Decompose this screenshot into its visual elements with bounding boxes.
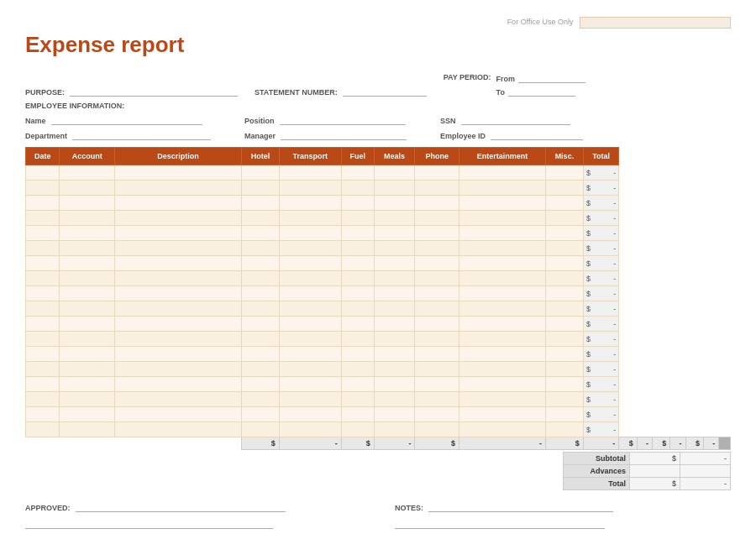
col-misc: Misc. xyxy=(545,148,583,165)
from-label: From xyxy=(496,75,516,83)
approved-input[interactable] xyxy=(76,500,286,512)
row-total: $- xyxy=(583,392,618,407)
approved-col: APPROVED: xyxy=(25,500,361,529)
col-date: Date xyxy=(26,148,60,165)
row-total: $- xyxy=(583,422,618,437)
table-row: $- xyxy=(26,422,731,437)
table-row: $- xyxy=(26,347,731,362)
pay-to-input[interactable] xyxy=(508,85,575,97)
totals-transport-val: - xyxy=(374,437,415,450)
ssn-input[interactable] xyxy=(461,113,570,125)
notes-row: NOTES: xyxy=(395,500,731,512)
employee-col-1: Name Department xyxy=(25,113,211,140)
notes-input[interactable] xyxy=(428,500,613,512)
row-total: $- xyxy=(583,347,618,362)
approved-row: APPROVED: xyxy=(25,500,361,512)
employee-id-input[interactable] xyxy=(491,128,583,140)
employee-col-3: SSN Employee ID xyxy=(440,113,583,140)
table-row: $- xyxy=(26,256,731,271)
col-meals: Meals xyxy=(374,148,415,165)
approved-lines: APPROVED: xyxy=(25,500,361,529)
totals-fuel-val: - xyxy=(459,437,546,450)
pay-from-input[interactable] xyxy=(518,71,585,83)
col-fuel: Fuel xyxy=(341,148,374,165)
department-input[interactable] xyxy=(72,128,211,140)
statement-input[interactable] xyxy=(343,85,427,97)
col-account: Account xyxy=(60,148,115,165)
advances-row: Advances xyxy=(564,465,731,478)
subtotal-label: Subtotal xyxy=(564,453,630,465)
table-row: $- xyxy=(26,181,731,196)
statement-field: STATEMENT NUMBER: xyxy=(255,85,427,97)
subtotal-dollar: $ xyxy=(630,453,680,465)
expense-table: Date Account Description Hotel Transport… xyxy=(25,147,731,450)
for-office-use-label: For Office Use Only xyxy=(507,18,574,26)
approved-input2[interactable] xyxy=(25,517,273,529)
totals-misc-val: - xyxy=(703,437,718,450)
col-transport: Transport xyxy=(279,148,341,165)
totals-entertainment-val: - xyxy=(670,437,685,450)
totals-meals-val: - xyxy=(583,437,618,450)
totals-meals-dollar: $ xyxy=(545,437,583,450)
table-header-row: Date Account Description Hotel Transport… xyxy=(26,148,731,165)
notes-input2[interactable] xyxy=(395,517,605,529)
notes-lines: NOTES: xyxy=(395,500,731,529)
table-row: $- xyxy=(26,226,731,241)
department-field: Department xyxy=(25,128,211,140)
totals-fuel-dollar: $ xyxy=(415,437,459,450)
name-input[interactable] xyxy=(51,113,202,125)
totals-phone-dollar: $ xyxy=(619,437,637,450)
position-label: Position xyxy=(244,117,275,125)
table-row: $- xyxy=(26,271,731,286)
table-row: $- xyxy=(26,377,731,392)
position-field: Position xyxy=(244,113,407,125)
for-office-use-row: For Office Use Only xyxy=(25,17,731,29)
table-row: $- xyxy=(26,317,731,332)
employee-section: EMPLOYEE INFORMATION: Name Department Po… xyxy=(25,102,731,140)
row-total: $- xyxy=(583,165,618,181)
employee-rows: Name Department Position Manager SSN xyxy=(25,113,731,140)
row-total: $- xyxy=(583,301,618,317)
statement-label: STATEMENT NUMBER: xyxy=(255,88,338,97)
pay-to-row: To xyxy=(496,85,586,97)
col-entertainment: Entertainment xyxy=(459,148,546,165)
purpose-input[interactable] xyxy=(70,85,238,97)
for-office-use-box xyxy=(580,17,731,29)
col-hotel: Hotel xyxy=(241,148,279,165)
totals-spacer xyxy=(26,437,242,450)
totals-total-cell xyxy=(719,437,731,450)
advances-dollar xyxy=(630,465,680,478)
purpose-label: PURPOSE: xyxy=(25,88,65,97)
table-row: $- xyxy=(26,362,731,377)
row-total: $- xyxy=(583,181,618,196)
row-total: $- xyxy=(583,226,618,241)
totals-hotel-val: - xyxy=(279,437,341,450)
notes-line2-row xyxy=(395,517,731,529)
table-row: $- xyxy=(26,301,731,317)
ssn-field: SSN xyxy=(440,113,583,125)
top-form-row: PURPOSE: STATEMENT NUMBER: PAY PERIOD: F… xyxy=(25,71,731,97)
col-description: Description xyxy=(114,148,241,165)
totals-hotel-dollar: $ xyxy=(241,437,279,450)
table-row: $- xyxy=(26,407,731,422)
department-label: Department xyxy=(25,132,67,140)
manager-input[interactable] xyxy=(281,128,407,140)
advances-label: Advances xyxy=(564,465,630,478)
notes-label: NOTES: xyxy=(395,504,423,512)
row-total: $- xyxy=(583,271,618,286)
table-row: $- xyxy=(26,211,731,226)
table-row: $- xyxy=(26,196,731,211)
total-val: - xyxy=(680,478,731,490)
approved-label: APPROVED: xyxy=(25,504,71,512)
position-input[interactable] xyxy=(280,113,406,125)
totals-misc-dollar: $ xyxy=(685,437,703,450)
manager-field: Manager xyxy=(244,128,407,140)
summary-table: Subtotal $ - Advances Total $ - xyxy=(563,452,731,490)
row-total: $- xyxy=(583,286,618,301)
purpose-field: PURPOSE: xyxy=(25,85,238,97)
row-total: $- xyxy=(583,332,618,347)
ssn-label: SSN xyxy=(440,117,456,125)
name-field: Name xyxy=(25,113,211,125)
pay-from-row: From xyxy=(496,71,586,83)
table-row: $- xyxy=(26,392,731,407)
